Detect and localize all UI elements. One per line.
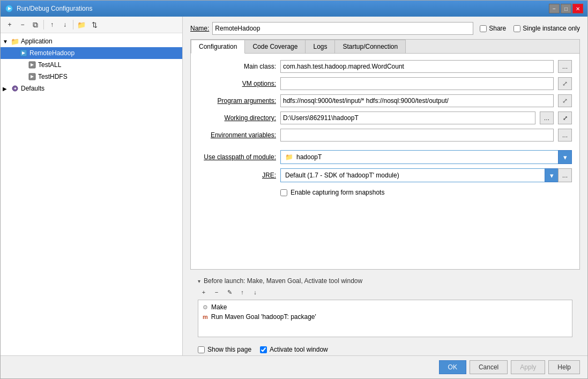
svg-text:✦: ✦: [13, 86, 17, 91]
program-arguments-input[interactable]: [280, 94, 554, 107]
maximize-button[interactable]: □: [561, 4, 571, 13]
bottom-options: Show this page Activate tool window: [190, 343, 580, 355]
tree-item-testall[interactable]: ▶ TestALL: [1, 59, 182, 71]
vm-options-row: VM options: ⤢: [198, 77, 572, 90]
name-input[interactable]: [212, 22, 473, 35]
activate-window-checkbox[interactable]: [260, 346, 267, 353]
close-button[interactable]: ✕: [572, 4, 583, 13]
maven-icon: m: [203, 314, 208, 320]
single-instance-label: Single instance only: [523, 25, 580, 32]
form-snapshots-checkbox[interactable]: [280, 189, 287, 196]
title-controls: − □ ✕: [549, 4, 583, 13]
bl-edit-button[interactable]: ✎: [224, 287, 235, 298]
environment-variables-browse-button[interactable]: …: [558, 129, 572, 142]
main-class-browse-button[interactable]: …: [558, 60, 572, 73]
tab-configuration-content: Main class: … VM options: ⤢ Program argu…: [191, 54, 579, 269]
tree-item-label: Application: [21, 38, 53, 45]
ok-button[interactable]: OK: [439, 360, 466, 374]
bl-move-up-button[interactable]: ↑: [236, 287, 248, 298]
jre-value: Default (1.7 - SDK of 'hadoopT' module): [285, 172, 399, 179]
bl-item-label: Make: [211, 303, 227, 311]
bl-move-down-button[interactable]: ↓: [249, 287, 261, 298]
collapse-icon[interactable]: ▾: [198, 278, 200, 284]
help-button[interactable]: Help: [548, 360, 580, 374]
tab-code-coverage[interactable]: Code Coverage: [244, 40, 306, 53]
main-class-row: Main class: …: [198, 60, 572, 73]
working-directory-label: Working directory:: [198, 114, 276, 122]
environment-variables-input[interactable]: [280, 129, 554, 142]
vm-options-input[interactable]: [280, 77, 554, 90]
config-tree: ▼ 📁 Application ▶ RemoteHadoop: [1, 33, 182, 355]
folder-icon: 📁: [285, 153, 293, 161]
copy-config-button[interactable]: ⧉: [29, 19, 41, 31]
tree-item-application[interactable]: ▼ 📁 Application: [1, 35, 182, 47]
name-label: Name:: [190, 25, 209, 32]
share-label: Share: [489, 25, 506, 32]
jre-dropdown-button[interactable]: ▾: [545, 168, 559, 182]
tab-logs[interactable]: Logs: [305, 40, 335, 53]
working-directory-browse-button[interactable]: …: [540, 112, 554, 124]
title-bar: Run/Debug Configurations − □ ✕: [1, 1, 587, 17]
config-icon: [20, 49, 27, 57]
working-directory-expand-button[interactable]: ⤢: [558, 112, 572, 124]
classpath-dropdown-button[interactable]: ▾: [558, 150, 572, 164]
tree-item-label: TestHDFS: [38, 73, 68, 80]
dialog-title: Run/Debug Configurations: [17, 5, 92, 12]
form-snapshots-label: Enable capturing form snapshots: [291, 189, 384, 196]
jre-label: JRE:: [198, 172, 276, 179]
program-arguments-label: Program arguments:: [198, 97, 276, 105]
make-icon: ⚙: [203, 304, 208, 311]
run-debug-dialog: Run/Debug Configurations − □ ✕ + − ⧉ ↑ ↓…: [0, 0, 588, 379]
working-directory-input[interactable]: [280, 112, 535, 124]
sort-button[interactable]: ⇅: [88, 19, 100, 31]
apply-button[interactable]: Apply: [511, 360, 545, 374]
vm-options-expand-button[interactable]: ⤢: [558, 77, 572, 90]
chevron-right-icon: ▶: [3, 86, 9, 92]
move-up-button[interactable]: ↑: [46, 19, 58, 31]
bl-item-maven[interactable]: m Run Maven Goal 'hadoopT: package': [200, 312, 570, 322]
before-launch-section: ▾ Before launch: Make, Maven Goal, Activ…: [190, 274, 580, 343]
single-instance-checkbox[interactable]: [513, 25, 520, 32]
main-class-label: Main class:: [198, 63, 276, 70]
classpath-row: Use classpath of module: 📁 hadoopT ▾: [198, 150, 572, 164]
cancel-button[interactable]: Cancel: [470, 360, 508, 374]
toolbar-separator: [43, 20, 44, 29]
tree-item-label: Defaults: [21, 85, 44, 92]
move-down-button[interactable]: ↓: [59, 19, 71, 31]
folder-button[interactable]: 📁: [76, 19, 87, 31]
bl-item-label: Run Maven Goal 'hadoopT: package': [211, 313, 316, 321]
tab-startup-connection[interactable]: Startup/Connection: [334, 40, 406, 53]
single-instance-item: Single instance only: [513, 25, 580, 32]
form-snapshots-row: Enable capturing form snapshots: [198, 189, 572, 196]
show-page-checkbox[interactable]: [198, 346, 205, 353]
remove-config-button[interactable]: −: [17, 19, 28, 31]
bl-remove-button[interactable]: −: [211, 287, 222, 298]
tree-item-testhdfs[interactable]: ▶ TestHDFS: [1, 71, 182, 83]
show-page-option: Show this page: [198, 346, 251, 353]
before-launch-list: ⚙ Make m Run Maven Goal 'hadoopT: packag…: [198, 300, 572, 337]
program-arguments-expand-button[interactable]: ⤢: [558, 94, 572, 107]
tree-item-remotehadoop[interactable]: ▶ RemoteHadoop: [1, 47, 182, 59]
tree-item-defaults[interactable]: ▶ ✦ Defaults: [1, 83, 182, 94]
tab-configuration[interactable]: Configuration: [191, 40, 245, 54]
tree-item-label: RemoteHadoop: [29, 49, 75, 57]
config-icon2: [28, 61, 36, 69]
bl-item-make[interactable]: ⚙ Make: [200, 302, 570, 312]
share-item: Share: [480, 25, 506, 32]
add-config-button[interactable]: +: [4, 19, 16, 31]
jre-select[interactable]: Default (1.7 - SDK of 'hadoopT' module): [280, 168, 545, 182]
minimize-button[interactable]: −: [549, 4, 560, 13]
jre-more-button[interactable]: …: [558, 168, 572, 182]
bl-add-button[interactable]: +: [198, 287, 210, 298]
tree-toolbar: + − ⧉ ↑ ↓ 📁 ⇅: [1, 17, 182, 33]
right-panel: Name: Share Single instance only Confi: [183, 17, 587, 355]
tree-item-label: TestALL: [38, 61, 61, 69]
classpath-select-wrapper: 📁 hadoopT ▾: [280, 150, 572, 164]
title-bar-left: Run/Debug Configurations: [5, 4, 92, 13]
program-arguments-row: Program arguments: ⤢: [198, 94, 572, 107]
share-checkbox[interactable]: [480, 25, 487, 32]
chevron-down-icon: ▼: [3, 39, 9, 44]
classpath-select[interactable]: 📁 hadoopT: [280, 150, 558, 164]
before-launch-header: ▾ Before launch: Make, Maven Goal, Activ…: [198, 274, 572, 287]
main-class-input[interactable]: [280, 60, 554, 73]
